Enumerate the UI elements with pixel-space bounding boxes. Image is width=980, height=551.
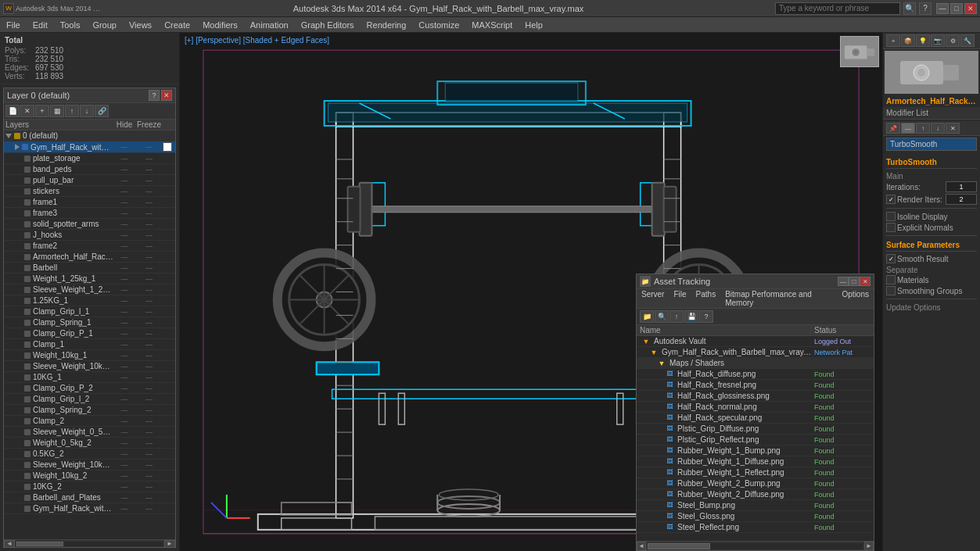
- layer-check[interactable]: [163, 142, 172, 152]
- hscroll-thumb[interactable]: [648, 543, 710, 549]
- asset-tb-3[interactable]: ↑: [669, 310, 684, 323]
- asset-row[interactable]: 🖼 Half_Rack_normal.png Found: [637, 402, 874, 413]
- menu-rendering[interactable]: Rendering: [361, 19, 413, 31]
- menu-animation[interactable]: Animation: [244, 19, 295, 31]
- modifier-tb-1[interactable]: 📌: [886, 123, 900, 134]
- layer-move-btn[interactable]: ↑: [65, 105, 79, 117]
- menu-edit[interactable]: Edit: [27, 19, 54, 31]
- list-item[interactable]: Clamp_2 — —: [4, 416, 175, 427]
- list-item[interactable]: Barbell — —: [4, 263, 175, 274]
- modifier-tb-2[interactable]: —: [901, 123, 915, 134]
- list-item[interactable]: pull_up_bar — —: [4, 175, 175, 186]
- list-item[interactable]: 10KG_1 — —: [4, 372, 175, 383]
- list-item[interactable]: frame1 — —: [4, 197, 175, 208]
- list-item[interactable]: frame3 — —: [4, 208, 175, 219]
- asset-list[interactable]: ▼ Autodesk Vault Logged Out ▼ Gym_Half_R…: [637, 336, 874, 541]
- asset-row[interactable]: 🖼 Half_Rack_glossiness.png Found: [637, 391, 874, 402]
- asset-row[interactable]: 🖼 Plstic_Grip_Reflect.png Found: [637, 435, 874, 445]
- scroll-track[interactable]: [16, 542, 163, 546]
- asset-row[interactable]: ▼ Maps / Shaders: [637, 358, 874, 369]
- list-item[interactable]: Clamp_Spring_2 — —: [4, 405, 175, 416]
- list-item[interactable]: Armortech_Half_Rack_HR33 — —: [4, 252, 175, 263]
- asset-row[interactable]: 🖼 Rubber_Weight_2_Diffuse.png Found: [637, 489, 874, 500]
- asset-tb-2[interactable]: 🔍: [655, 310, 669, 323]
- minimize-button[interactable]: —: [936, 3, 949, 14]
- help-btn[interactable]: ?: [919, 2, 932, 15]
- asset-maximize-button[interactable]: □: [849, 277, 860, 286]
- list-item[interactable]: Gym_Half_Rack_with_Barbell — —: [4, 503, 175, 514]
- asset-tb-4[interactable]: 💾: [684, 310, 698, 323]
- menu-graph-editors[interactable]: Graph Editors: [295, 19, 361, 31]
- list-item[interactable]: Weight_10kg_1 — —: [4, 350, 175, 361]
- asset-row[interactable]: 🖼 Rubber_Weight_2_Bump.png Found: [637, 478, 874, 489]
- asset-row[interactable]: 🖼 Rubber_Weight_1_Diffuse.png Found: [637, 456, 874, 467]
- expand-icon[interactable]: [5, 134, 12, 138]
- list-item[interactable]: Clamp_Grip_P_2 — —: [4, 383, 175, 394]
- ri-btn-6[interactable]: 🔧: [960, 34, 975, 47]
- asset-tb-5[interactable]: ?: [699, 310, 713, 323]
- layer-add-btn[interactable]: +: [35, 105, 49, 117]
- menu-customize[interactable]: Customize: [412, 19, 465, 31]
- iterations-value[interactable]: 1: [946, 181, 977, 192]
- menu-modifiers[interactable]: Modifiers: [196, 19, 244, 31]
- list-item[interactable]: Sleeve_Weight_10kg_2 — —: [4, 460, 175, 470]
- list-item[interactable]: plate_storage — —: [4, 153, 175, 164]
- list-item[interactable]: Gym_Half_Rack_with_Barrel — —: [4, 141, 175, 153]
- list-item[interactable]: Weight_10kg_2 — —: [4, 470, 175, 481]
- layer-delete-btn[interactable]: ✕: [20, 105, 34, 117]
- list-item[interactable]: Sleeve_Weight_10kg_1 — —: [4, 361, 175, 372]
- ri-btn-5[interactable]: ⚙: [946, 34, 960, 47]
- modifier-tb-5[interactable]: ✕: [946, 123, 960, 134]
- menu-create[interactable]: Create: [158, 19, 196, 31]
- render-iters-value[interactable]: 2: [946, 194, 977, 205]
- expand-icon[interactable]: [15, 144, 20, 150]
- asset-row[interactable]: 🖼 Half_Rack_specular.png Found: [637, 413, 874, 424]
- asset-row[interactable]: 🖼 Half_Rack_fresnel.png Found: [637, 380, 874, 391]
- asset-menu-file[interactable]: File: [669, 289, 691, 308]
- materials-checkbox[interactable]: [886, 275, 896, 284]
- list-item[interactable]: Weight_0_5kg_2 — —: [4, 438, 175, 449]
- asset-row[interactable]: 🖼 Half_Rack_diffuse.png Found: [637, 369, 874, 380]
- layer-select-btn[interactable]: ▦: [50, 105, 64, 117]
- asset-row[interactable]: 🖼 Plstic_Grip_Diffuse.png Found: [637, 424, 874, 435]
- isoline-checkbox[interactable]: [886, 212, 896, 221]
- hscroll-right[interactable]: ►: [864, 542, 874, 551]
- list-item[interactable]: Sleeve_Weight_0_5kg_2 — —: [4, 427, 175, 438]
- search-icon-btn[interactable]: 🔍: [903, 2, 916, 15]
- scroll-right-btn[interactable]: ►: [164, 540, 175, 548]
- search-input[interactable]: [775, 2, 900, 15]
- menu-tools[interactable]: Tools: [54, 19, 87, 31]
- list-item[interactable]: Clamp_Grip_l_2 — —: [4, 394, 175, 405]
- close-button[interactable]: ✕: [964, 3, 977, 14]
- list-item[interactable]: stickers — —: [4, 186, 175, 197]
- asset-tb-1[interactable]: 📁: [640, 310, 654, 323]
- maximize-button[interactable]: □: [950, 3, 963, 14]
- list-item[interactable]: J_hooks — —: [4, 230, 175, 241]
- smoothing-groups-checkbox[interactable]: [886, 286, 896, 295]
- hscroll-track[interactable]: [648, 543, 863, 549]
- layer-close-button[interactable]: ✕: [161, 90, 172, 101]
- asset-row[interactable]: 🖼 Steel_Gloss.png Found: [637, 511, 874, 522]
- ri-btn-3[interactable]: 💡: [916, 34, 930, 47]
- layer-move2-btn[interactable]: ↓: [80, 105, 94, 117]
- list-item[interactable]: frame2 — —: [4, 241, 175, 252]
- asset-row[interactable]: 🖼 Steel_Reflect.png Found: [637, 522, 874, 533]
- ri-btn-2[interactable]: 📦: [901, 34, 915, 47]
- modifier-tb-4[interactable]: ↓: [931, 123, 945, 134]
- explicit-normals-checkbox[interactable]: [886, 223, 896, 232]
- layer-hscrollbar[interactable]: ◄ ►: [4, 539, 175, 547]
- layer-help-button[interactable]: ?: [149, 90, 160, 101]
- layer-list[interactable]: 0 (default) Gym_Half_Rack_with_Barrel — …: [4, 131, 175, 539]
- asset-row[interactable]: 🖼 Steel_Bump.png Found: [637, 500, 874, 511]
- asset-menu-paths[interactable]: Paths: [691, 289, 721, 308]
- list-item[interactable]: 0.5KG_2 — —: [4, 449, 175, 460]
- asset-row[interactable]: ▼ Autodesk Vault Logged Out: [637, 336, 874, 347]
- list-item[interactable]: solid_spotter_arms — —: [4, 219, 175, 230]
- menu-help[interactable]: Help: [519, 19, 549, 31]
- list-item[interactable]: Clamp_Spring_1 — —: [4, 317, 175, 328]
- list-item[interactable]: Clamp_1 — —: [4, 339, 175, 350]
- asset-row[interactable]: 🖼 Rubber_Weight_1_Reflect.png Found: [637, 467, 874, 478]
- scroll-left-btn[interactable]: ◄: [4, 540, 15, 548]
- layer-new-btn[interactable]: 📄: [5, 105, 20, 117]
- asset-menu-options[interactable]: Options: [838, 289, 874, 308]
